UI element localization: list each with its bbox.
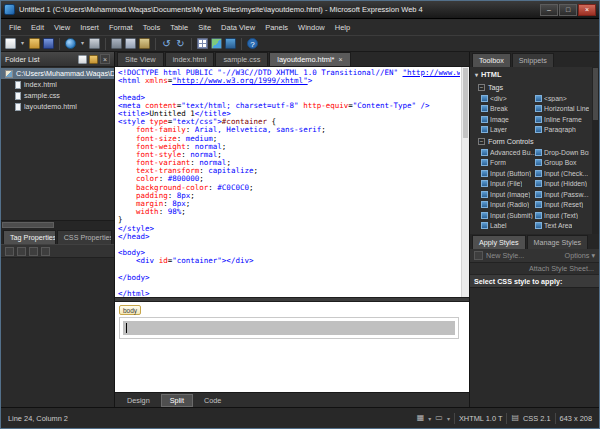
preview-icon[interactable] xyxy=(65,38,76,49)
toolbox-item-break[interactable]: Break xyxy=(481,104,535,115)
code-line[interactable]: background-color: #C0C0C0; xyxy=(118,184,460,192)
set-properties-icon[interactable] xyxy=(29,247,38,256)
alphabetical-icon[interactable] xyxy=(17,247,26,256)
toolbox-item-input-hidden[interactable]: Input (Hidden) xyxy=(535,179,589,190)
folder-horizontal-scrollbar[interactable] xyxy=(1,220,114,229)
design-view[interactable]: body xyxy=(115,302,469,392)
style-application-icon[interactable]: ▭ xyxy=(435,413,443,423)
menu-table[interactable]: Table xyxy=(165,21,193,34)
menu-data-view[interactable]: Data View xyxy=(216,21,260,34)
folder-root-item[interactable]: C:\Users\Muhammad.Waqas\Documents\M xyxy=(1,68,114,79)
tab-manage-styles[interactable]: Manage Styles xyxy=(527,235,589,249)
tab-apply-styles[interactable]: Apply Styles xyxy=(472,235,526,249)
toolbox-item-label[interactable]: Label xyxy=(481,221,535,232)
code-line[interactable]: <title>Untitled 1</title> xyxy=(118,110,460,118)
code-line[interactable]: </html> xyxy=(118,290,460,297)
tab-close-icon[interactable]: × xyxy=(338,56,342,63)
toolbox-item-input-radio[interactable]: Input (Radio) xyxy=(481,200,535,211)
code-editor[interactable]: <!DOCTYPE html PUBLIC "-//W3C//DTD XHTML… xyxy=(115,67,469,297)
css-schema-indicator[interactable]: CSS 2.1 xyxy=(523,414,551,423)
code-vertical-scrollbar[interactable] xyxy=(461,67,469,297)
code-line[interactable] xyxy=(118,85,460,93)
toolbox-item-drop-down-box[interactable]: Drop-Down Box xyxy=(535,147,589,158)
toolbox-item-input-text[interactable]: Input (Text) xyxy=(535,210,589,221)
toolbox-item-input-reset[interactable]: Input (Reset) xyxy=(535,200,589,211)
toolbox-vertical-scrollbar[interactable] xyxy=(592,67,599,234)
toolbox-item-input-image[interactable]: Input (Image) xyxy=(481,189,535,200)
menu-file[interactable]: File xyxy=(4,21,26,34)
tab-snippets[interactable]: Snippets xyxy=(512,53,554,67)
menu-site[interactable]: Site xyxy=(193,21,216,34)
toolbox-item-input-button[interactable]: Input (Button) xyxy=(481,168,535,179)
toolbox-item-input-passw[interactable]: Input (Passw... xyxy=(535,189,589,200)
file-index-html[interactable]: index.html xyxy=(1,79,114,90)
menu-panels[interactable]: Panels xyxy=(260,21,293,34)
toolbox-item-text-area[interactable]: Text Area xyxy=(535,221,589,232)
toolbox-item-div[interactable]: <div> xyxy=(481,93,535,104)
code-line[interactable]: font-family: Arial, Helvetica, sans-seri… xyxy=(118,126,460,134)
paste-icon[interactable] xyxy=(139,38,150,49)
print-icon[interactable] xyxy=(89,38,100,49)
view-tab-design[interactable]: Design xyxy=(118,394,159,407)
tab-css-properties[interactable]: CSS Properties xyxy=(57,230,112,244)
toolbox-item-input-file[interactable]: Input (File) xyxy=(481,179,535,190)
toolbox-item-group-box[interactable]: Group Box xyxy=(535,158,589,169)
code-line[interactable]: <head> xyxy=(118,94,460,102)
design-pane-size[interactable]: 643 x 208 xyxy=(560,414,592,423)
redo-icon[interactable]: ↻ xyxy=(175,38,186,49)
file-layoutdemo-html[interactable]: layoutdemo.html xyxy=(1,101,114,112)
code-line[interactable] xyxy=(118,241,460,249)
style-application-dropdown-icon[interactable]: ▾ xyxy=(447,415,450,422)
view-tab-split[interactable]: Split xyxy=(161,394,193,407)
toolbox-item-advanced-bu[interactable]: Advanced Bu... xyxy=(481,147,535,158)
code-line[interactable]: </body> xyxy=(118,274,460,282)
categorized-icon[interactable] xyxy=(5,247,14,256)
toolbox-item-input-submit[interactable]: Input (Submit) xyxy=(481,210,535,221)
tab-tag-properties[interactable]: Tag Properties xyxy=(3,230,56,244)
code-line[interactable]: } xyxy=(118,216,460,224)
code-line[interactable]: width: 98%; xyxy=(118,208,460,216)
menu-format[interactable]: Format xyxy=(104,21,138,34)
toolbox-item-horizontal-line[interactable]: Horizontal Line xyxy=(535,104,589,115)
scrollbar-thumb[interactable] xyxy=(593,68,598,120)
toolbox-item-image[interactable]: Image xyxy=(481,114,535,125)
editor-tab-layoutdemo-html[interactable]: layoutdemo.html*× xyxy=(269,52,350,66)
minimize-button[interactable]: – xyxy=(540,4,558,16)
menu-window[interactable]: Window xyxy=(293,21,330,34)
code-line[interactable]: <style type="text/css">#container { xyxy=(118,118,460,126)
code-line[interactable]: </head> xyxy=(118,233,460,241)
toolbox-section-html[interactable]: ▾HTML xyxy=(475,69,589,81)
maximize-button[interactable]: □ xyxy=(559,4,577,16)
preview-dropdown-icon[interactable]: ▾ xyxy=(79,38,86,49)
attach-stylesheet-button[interactable]: Attach Style Sheet... xyxy=(529,264,594,273)
container-div[interactable] xyxy=(123,321,455,335)
scrollbar-thumb[interactable] xyxy=(2,222,54,228)
toolbox-item-inline-frame[interactable]: Inline Frame xyxy=(535,114,589,125)
menu-tools[interactable]: Tools xyxy=(138,21,166,34)
toolbox-group-tags[interactable]: −Tags xyxy=(475,81,589,93)
code-line[interactable]: text-transform: capitalize; xyxy=(118,167,460,175)
code-line[interactable]: padding: 8px; xyxy=(118,192,460,200)
menu-help[interactable]: Help xyxy=(330,21,355,34)
toolbox-item-input-check[interactable]: Input (Check... xyxy=(535,168,589,179)
code-line[interactable]: font-variant: normal; xyxy=(118,159,460,167)
menu-view[interactable]: View xyxy=(49,21,75,34)
editor-tab-site-view[interactable]: Site View xyxy=(117,52,164,66)
new-style-button[interactable]: New Style... xyxy=(486,251,524,260)
view-tab-code[interactable]: Code xyxy=(195,394,230,407)
new-dropdown-icon[interactable]: ▾ xyxy=(19,38,26,49)
code-line[interactable]: font-size: medium; xyxy=(118,135,460,143)
visual-aids-dropdown-icon[interactable]: ▾ xyxy=(428,415,431,422)
tab-toolbox[interactable]: Toolbox xyxy=(472,53,511,67)
editor-tab-sample-css[interactable]: sample.css xyxy=(215,52,268,66)
menu-insert[interactable]: Insert xyxy=(75,21,104,34)
new-folder-icon[interactable] xyxy=(89,55,98,64)
insert-picture-icon[interactable] xyxy=(211,38,222,49)
options-button[interactable]: Options ▾ xyxy=(565,251,595,260)
toolbox-group-form-controls[interactable]: −Form Controls xyxy=(475,135,589,147)
hyperlink-icon[interactable] xyxy=(225,38,236,49)
open-icon[interactable] xyxy=(29,38,40,49)
toolbox-item-paragraph[interactable]: Paragraph xyxy=(535,125,589,136)
editor-tab-index-html[interactable]: index.html xyxy=(165,52,215,66)
code-line[interactable]: </style> xyxy=(118,225,460,233)
